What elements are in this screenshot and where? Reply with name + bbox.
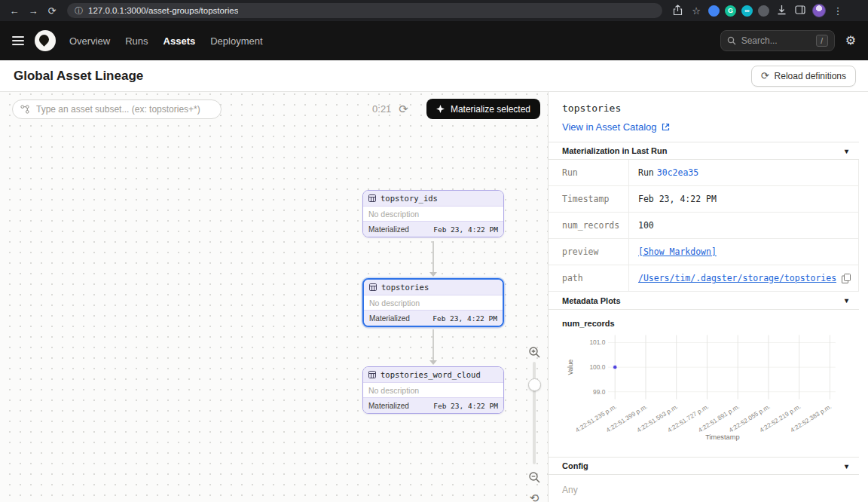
- metadata-plot-block: num_records 101.0100.099.04:22:51.235 p.…: [549, 310, 859, 450]
- downloads-icon[interactable]: [775, 5, 788, 17]
- zoom-slider-handle[interactable]: [528, 378, 541, 391]
- materialize-countdown: 0:21: [372, 103, 391, 115]
- section-materialization-in-last-run[interactable]: Materialization in Last Run ▾: [549, 142, 859, 160]
- url-bar[interactable]: ⓘ 127.0.0.1:3000/asset-groups/topstories: [67, 3, 662, 18]
- metadata-plot: 101.0100.099.04:22:51.235 p.m.4:22:51.39…: [562, 331, 842, 444]
- refresh-icon: ⟳: [761, 71, 769, 81]
- asset-node-header: topstories: [364, 280, 503, 295]
- browser-reload-icon[interactable]: ⟳: [45, 6, 59, 16]
- reload-definitions-button[interactable]: ⟳ Reload definitions: [751, 66, 856, 87]
- page-title: Global Asset Lineage: [14, 69, 143, 84]
- chevron-down-icon: ▾: [845, 462, 848, 470]
- panel-asset-name: topstories: [562, 103, 847, 114]
- path-link[interactable]: /Users/tim/.dagster/storage/topstories: [638, 273, 836, 283]
- browser-menu-icon[interactable]: ⋮: [831, 6, 845, 16]
- app-nav: Overview Runs Assets Deployment Search..…: [0, 21, 868, 60]
- asset-details-panel: topstories View in Asset Catalog Materia…: [548, 92, 868, 502]
- plot-title: num_records: [562, 319, 851, 328]
- nav-deployment[interactable]: Deployment: [210, 35, 262, 47]
- zoom-slider-track[interactable]: [533, 362, 536, 464]
- materialization-table: Run Run 30c2ea35 Timestamp Feb 23, 4:22 …: [549, 160, 859, 292]
- nav-overview[interactable]: Overview: [69, 35, 110, 47]
- nav-runs[interactable]: Runs: [125, 35, 148, 47]
- asset-node-footer: Materialized Feb 23, 4:22 PM: [363, 221, 503, 237]
- asset-filter-input[interactable]: [35, 103, 213, 115]
- asset-node-topstories[interactable]: topstories No description Materialized F…: [362, 278, 504, 327]
- section-config[interactable]: Config ▾: [549, 457, 859, 475]
- graph-toolbar: 0:21 ⟳ Materialize selected: [12, 99, 540, 119]
- asset-node-topstory-ids[interactable]: topstory_ids No description Materialized…: [362, 190, 504, 237]
- config-value: Any: [549, 475, 859, 502]
- svg-text:99.0: 99.0: [593, 388, 606, 396]
- profile-avatar[interactable]: [812, 4, 826, 17]
- materialize-sparkle-icon: [436, 105, 445, 113]
- asset-node-header: topstory_ids: [363, 191, 503, 207]
- settings-gear-icon[interactable]: ⚙: [845, 35, 856, 47]
- zoom-in-icon[interactable]: [526, 344, 542, 360]
- svg-text:101.0: 101.0: [589, 338, 605, 346]
- dagster-logo[interactable]: [35, 30, 56, 51]
- hamburger-menu-icon[interactable]: [12, 36, 24, 45]
- site-info-icon[interactable]: ⓘ: [75, 5, 83, 17]
- svg-text:Timestamp: Timestamp: [705, 433, 739, 441]
- extension-icon-2[interactable]: G: [725, 5, 736, 17]
- back-icon[interactable]: ←: [8, 6, 21, 16]
- graph-refresh-icon[interactable]: ⟳: [399, 103, 408, 115]
- table-icon: [368, 371, 376, 378]
- table-icon: [369, 283, 377, 291]
- edge-arrow-1: [432, 241, 434, 273]
- asset-graph-canvas[interactable]: 0:21 ⟳ Materialize selected topstory_ids…: [0, 92, 548, 502]
- global-search-input[interactable]: Search... /: [720, 30, 835, 51]
- run-id-link[interactable]: 30c2ea35: [657, 167, 698, 178]
- side-panel-icon[interactable]: [793, 5, 807, 16]
- table-row-path: path /Users/tim/.dagster/storage/topstor…: [549, 265, 858, 292]
- extension-icon-1[interactable]: [708, 5, 720, 17]
- url-text: 127.0.0.1:3000/asset-groups/topstories: [88, 6, 238, 15]
- search-icon: [727, 36, 736, 45]
- zoom-out-icon[interactable]: [526, 469, 542, 485]
- bookmark-star-icon[interactable]: ☆: [689, 6, 703, 16]
- external-link-icon: [662, 123, 670, 131]
- asset-filter[interactable]: [12, 99, 222, 119]
- search-shortcut-key: /: [816, 35, 828, 47]
- svg-text:Value: Value: [567, 359, 574, 375]
- show-markdown-link[interactable]: [Show Markdown]: [638, 246, 717, 257]
- share-icon[interactable]: [671, 5, 684, 17]
- edge-arrow-2: [432, 329, 434, 361]
- browser-chrome: ← → ⟳ ⓘ 127.0.0.1:3000/asset-groups/tops…: [0, 0, 868, 21]
- section-metadata-plots[interactable]: Metadata Plots ▾: [549, 292, 859, 310]
- asset-node-topstories-word-cloud[interactable]: topstories_word_cloud No description Mat…: [362, 366, 504, 414]
- view-in-asset-catalog-link[interactable]: View in Asset Catalog: [562, 121, 670, 133]
- asset-node-header: topstories_word_cloud: [363, 367, 503, 383]
- recenter-view-icon[interactable]: ⟲: [526, 489, 542, 502]
- chevron-down-icon: ▾: [845, 296, 848, 305]
- extension-icon-4[interactable]: [758, 5, 769, 17]
- table-row-run: Run Run 30c2ea35: [549, 160, 858, 186]
- chevron-down-icon: ▾: [845, 147, 848, 155]
- materialize-selected-button[interactable]: Materialize selected: [426, 99, 540, 119]
- asset-node-footer: Materialized Feb 23, 4:22 PM: [364, 310, 503, 326]
- search-placeholder: Search...: [741, 35, 778, 46]
- table-icon: [368, 194, 376, 202]
- table-row-num-records: num_records 100: [549, 213, 858, 239]
- table-row-preview: preview [Show Markdown]: [549, 239, 858, 265]
- nav-assets[interactable]: Assets: [164, 35, 196, 47]
- extension-icon-3[interactable]: ∞: [741, 5, 753, 17]
- table-row-timestamp: Timestamp Feb 23, 4:22 PM: [549, 186, 858, 213]
- asset-node-footer: Materialized Feb 23, 4:22 PM: [363, 397, 503, 413]
- forward-icon[interactable]: →: [26, 6, 40, 16]
- asset-graph-icon: [20, 105, 29, 114]
- copy-icon[interactable]: [842, 274, 851, 283]
- page-header: Global Asset Lineage ⟳ Reload definition…: [0, 60, 868, 92]
- svg-text:100.0: 100.0: [589, 363, 605, 371]
